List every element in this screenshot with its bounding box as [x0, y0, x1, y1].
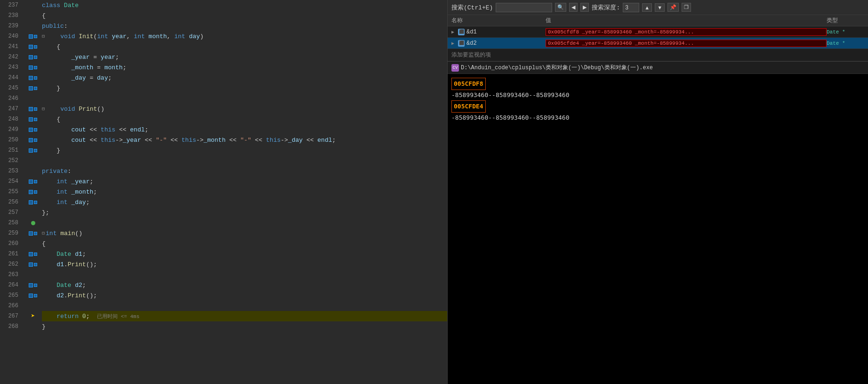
bp-marker — [29, 148, 33, 153]
bp-marker — [29, 117, 33, 122]
bp-cell-247 — [26, 104, 40, 114]
depth-down-button[interactable]: ▼ — [655, 3, 665, 12]
code-row-268: } — [42, 321, 447, 332]
token: << — [251, 137, 266, 144]
collapse-icon-259[interactable]: ⊟ — [42, 230, 45, 236]
line-number-259: 259 — [0, 228, 22, 238]
bp-marker-2 — [34, 190, 37, 194]
code-row-267: return 0; 已用时间 <= 4ms — [42, 311, 447, 321]
token: (); — [86, 292, 97, 299]
token: d2 — [56, 292, 64, 299]
code-editor: 2372382392402412422432442452462472482492… — [0, 0, 447, 384]
line-number-245: 245 — [0, 83, 22, 93]
bp-cell-254 — [26, 176, 40, 187]
output-path-bar: CV D:\Anduin_code\cplusplus\类和对象(一)\Debu… — [448, 62, 868, 74]
token: -> — [115, 137, 123, 144]
watch-row-d2[interactable]: ▶ ⬛ &d2 0x005cfde4 _year=-858993460 _mon… — [448, 38, 868, 49]
path-icon: CV — [451, 64, 459, 72]
bp-marker — [29, 283, 33, 287]
token: ; — [86, 199, 90, 206]
bp-marker-2 — [34, 294, 37, 297]
token: "-" — [240, 137, 251, 144]
search-input[interactable] — [496, 3, 552, 12]
collapse-icon-247[interactable]: ⊟ — [42, 106, 45, 112]
token: _month — [71, 64, 93, 71]
bp-cell-267: ➤ — [26, 311, 40, 321]
token: . — [64, 261, 68, 268]
console-output: 005CFDF8-858993460--858993460--858993460… — [448, 74, 868, 384]
bp-marker-2 — [34, 139, 37, 142]
expand-arrow-d2: ▶ — [451, 41, 454, 46]
token — [71, 251, 75, 258]
bp-marker-2 — [34, 149, 37, 152]
line-number-254: 254 — [0, 176, 22, 187]
token — [71, 282, 75, 289]
token: ; — [332, 137, 336, 144]
bp-cell-245 — [26, 83, 40, 93]
token: = — [93, 64, 104, 71]
line-number-258: 258 — [0, 218, 22, 228]
token: day — [189, 33, 200, 40]
pin-button[interactable]: 📌 — [667, 3, 679, 12]
console-addr-value: 005CFDF8 — [451, 78, 486, 90]
expand-button[interactable]: ❐ — [682, 3, 691, 12]
code-row-255: int _month; — [42, 187, 447, 197]
token: << — [303, 137, 317, 144]
bp-marker — [29, 86, 33, 90]
token: , — [127, 33, 134, 40]
search-button[interactable]: 🔍 — [555, 3, 566, 12]
code-row-243: _month = month; — [42, 62, 447, 73]
line-number-253: 253 — [0, 166, 22, 176]
code-row-265: d2.Print(); — [42, 290, 447, 301]
token — [42, 126, 71, 133]
bp-marker — [29, 190, 33, 194]
token: << — [141, 137, 156, 144]
line-number-257: 257 — [0, 207, 22, 218]
line-number-264: 264 — [0, 280, 22, 290]
bp-cell-257 — [26, 207, 40, 218]
token: } — [42, 147, 60, 154]
bp-cell-258 — [26, 218, 40, 228]
depth-input[interactable] — [623, 3, 639, 12]
line-number-268: 268 — [0, 321, 22, 332]
code-row-266 — [42, 301, 447, 311]
watch-name-d1: ▶ ⬛ &d1 — [451, 29, 546, 35]
token: this — [266, 137, 281, 144]
bp-cell-240 — [26, 31, 40, 41]
console-address-line: 005CFDE4 — [451, 100, 864, 113]
code-row-259: ⊟int main() — [42, 228, 447, 238]
code-row-251: } — [42, 145, 447, 155]
add-watch-label: 添加要监视的项 — [451, 52, 491, 58]
nav-fwd-button[interactable]: ▶ — [580, 3, 589, 12]
line-number-238: 238 — [0, 10, 22, 21]
depth-up-button[interactable]: ▲ — [642, 3, 652, 12]
bp-marker-2 — [34, 35, 37, 38]
token: ; — [86, 313, 97, 320]
bp-marker — [29, 128, 33, 132]
token: () — [75, 230, 82, 237]
token: . — [64, 292, 68, 299]
line-number-247: 247 — [0, 104, 22, 114]
watch-row-d1[interactable]: ▶ ⬛ &d1 0x005cfdf8 _year=-858993460 _mon… — [448, 26, 868, 38]
token: int — [134, 33, 145, 40]
console-value-line: -858993460--858993460--858993460 — [451, 90, 864, 100]
collapse-icon-240[interactable]: ⊟ — [42, 33, 45, 39]
token — [42, 188, 56, 196]
bp-cell-242 — [26, 52, 40, 62]
token: Date — [64, 2, 79, 9]
line-number-242: 242 — [0, 52, 22, 62]
line-number-240: 240 — [0, 31, 22, 41]
bp-cell-265 — [26, 290, 40, 301]
add-watch[interactable]: 添加要监视的项 — [448, 49, 868, 61]
col-name-header: 名称 — [451, 16, 546, 25]
token: main — [60, 230, 75, 237]
token — [145, 33, 149, 40]
nav-back-button[interactable]: ◀ — [569, 3, 578, 12]
bp-cell-239 — [26, 21, 40, 31]
token: int — [56, 199, 67, 206]
bp-cell-268 — [26, 321, 40, 332]
watch-type-d2: Date * — [827, 41, 864, 46]
token — [42, 282, 56, 289]
token: = — [86, 74, 97, 82]
code-row-263 — [42, 270, 447, 280]
